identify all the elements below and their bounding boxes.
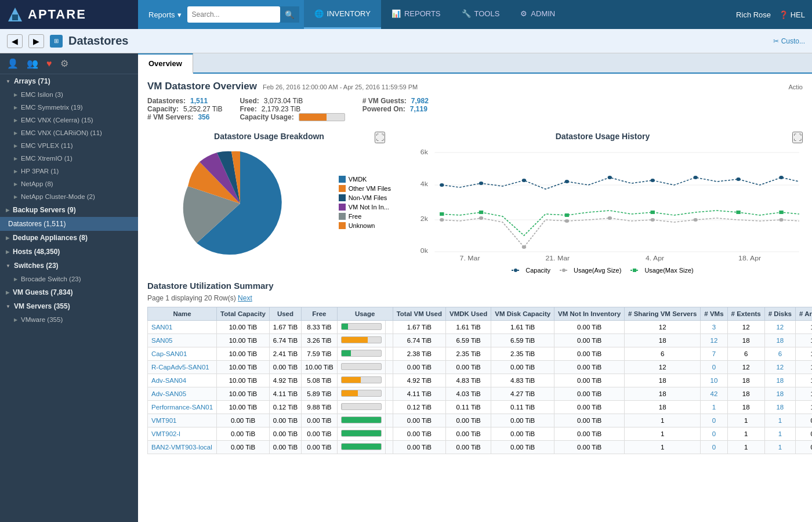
sidebar-item-emc-xtremio[interactable]: ▶ EMC XtremIO (1): [0, 152, 138, 165]
search-input[interactable]: [187, 6, 280, 23]
admin-icon: ⚙: [520, 9, 527, 18]
sidebar-item-emc-symmetrix[interactable]: ▶ EMC Symmetrix (19): [0, 101, 138, 114]
cell-vms[interactable]: 1: [701, 401, 727, 414]
cell-name[interactable]: Adv-SAN04: [148, 374, 217, 387]
sidebar-item-dedupe[interactable]: ▶ Dedupe Appliances (8): [0, 231, 138, 245]
usage-bar-fill: [342, 390, 358, 396]
cell-disks[interactable]: 18: [764, 387, 795, 401]
svg-rect-34: [651, 211, 655, 214]
usage-bar-wrap: [341, 403, 382, 410]
cell-disks[interactable]: 1: [764, 414, 795, 427]
cell-name[interactable]: Performance-SAN01: [148, 401, 217, 414]
sidebar-item-emc-vnx-clariion[interactable]: ▶ EMC VNX (CLARiiON) (11): [0, 126, 138, 139]
cell-vms[interactable]: 42: [701, 387, 727, 401]
cell-vms[interactable]: 10: [701, 374, 727, 387]
cell-vms[interactable]: 12: [701, 334, 727, 347]
cell-used: 0.00 TiB: [269, 441, 301, 454]
sidebar-item-netapp[interactable]: ▶ NetApp (8): [0, 177, 138, 190]
sidebar-item-hosts[interactable]: ▶ Hosts (48,350): [0, 245, 138, 259]
cell-disks[interactable]: 18: [764, 334, 795, 347]
svg-point-17: [565, 180, 569, 183]
vm-guests-label: # VM Guests:: [362, 97, 407, 105]
cell-vms[interactable]: 0: [701, 414, 727, 427]
next-link[interactable]: Next: [238, 294, 252, 302]
cell-vmdk-used: 6.59 TiB: [446, 334, 491, 347]
sidebar-item-switches[interactable]: ▼ Switches (23): [0, 259, 138, 273]
cell-name[interactable]: SAN05: [148, 334, 217, 347]
alert-icon[interactable]: ♥: [46, 59, 52, 69]
cell-used: 0.00 TiB: [269, 427, 301, 441]
triangle-icon: ▶: [14, 130, 17, 136]
customize-button[interactable]: ✂ Custo...: [773, 37, 805, 45]
cell-total-vm-used: 0.00 TiB: [393, 441, 445, 454]
cell-vms[interactable]: 3: [701, 321, 727, 334]
sidebar: 👤 👥 ♥ ⚙ ▼ Arrays (71) ▶ EMC Isilon (3) ▶…: [0, 53, 138, 522]
tab-inventory[interactable]: 🌐 INVENTORY: [304, 0, 381, 29]
sidebar-item-hp-3par[interactable]: ▶ HP 3PAR (1): [0, 165, 138, 177]
reports-dropdown-button[interactable]: Reports ▾: [143, 7, 187, 23]
cell-vms[interactable]: 7: [701, 347, 727, 361]
cell-name[interactable]: Cap-SAN01: [148, 347, 217, 361]
cell-disks[interactable]: 18: [764, 401, 795, 414]
triangle-icon: ▶: [14, 105, 17, 110]
cell-disks[interactable]: 6: [764, 347, 795, 361]
tab-tools[interactable]: 🔧 TOOLS: [451, 0, 510, 29]
cell-vms[interactable]: 0: [701, 361, 727, 374]
cell-disks[interactable]: 1: [764, 441, 795, 454]
sidebar-item-arrays[interactable]: ▼ Arrays (71): [0, 74, 138, 88]
cell-disks[interactable]: 18: [764, 374, 795, 387]
triangle-icon: ▶: [14, 317, 17, 322]
line-chart-expand-button[interactable]: ⛶: [792, 132, 803, 143]
cell-vm-not-in-inv: 0.00 TiB: [554, 441, 625, 454]
cell-vms[interactable]: 0: [701, 441, 727, 454]
cell-usage-bar: [337, 441, 385, 454]
users-icon[interactable]: 👤: [7, 58, 19, 69]
sidebar-item-datastores[interactable]: Datastores (1,511): [0, 217, 138, 231]
cell-disks[interactable]: 12: [764, 321, 795, 334]
user-label[interactable]: Rich Rose: [736, 10, 771, 19]
cell-vm-not-in-inv: 0.00 TiB: [554, 387, 625, 401]
sidebar-item-vmware[interactable]: ▶ VMware (355): [0, 313, 138, 326]
cell-name[interactable]: BAN2-VMT903-local: [148, 441, 217, 454]
cell-total-vm-used: 0.00 TiB: [393, 361, 445, 374]
svg-text:18. Apr: 18. Apr: [738, 255, 761, 262]
triangle-icon: ▶: [6, 249, 9, 255]
cell-sharing: 6: [625, 347, 701, 361]
cell-disks[interactable]: 12: [764, 361, 795, 374]
sidebar-item-vm-servers[interactable]: ▼ VM Servers (355): [0, 299, 138, 313]
sidebar-item-emc-vplex[interactable]: ▶ EMC VPLEX (11): [0, 139, 138, 152]
cell-name[interactable]: R-CapAdv5-SAN01: [148, 361, 217, 374]
line-chart-svg: 6k 4k 2k 0k 7. Mar 21. Mar 4. Apr 18. Ap…: [403, 146, 803, 262]
sidebar-item-netapp-cluster[interactable]: ▶ NetApp Cluster-Mode (2): [0, 190, 138, 203]
capacity-usage-label: Capacity Usage:: [240, 113, 293, 121]
cell-disks[interactable]: 1: [764, 427, 795, 441]
pie-expand-button[interactable]: ⛶: [375, 132, 385, 143]
cell-usage-bar: [337, 401, 385, 414]
overview-stats: Datastores: 1,511 Capacity: 5,252.27 TiB…: [147, 97, 803, 121]
tab-overview[interactable]: Overview: [138, 53, 193, 74]
sidebar-item-brocade[interactable]: ▶ Brocade Switch (23): [0, 273, 138, 285]
cell-name[interactable]: SAN01: [148, 321, 217, 334]
sidebar-item-vm-guests[interactable]: ▶ VM Guests (7,834): [0, 285, 138, 299]
main-layout: 👤 👥 ♥ ⚙ ▼ Arrays (71) ▶ EMC Isilon (3) ▶…: [0, 53, 812, 522]
cell-sharing: 1: [625, 414, 701, 427]
cell-vmdk-used: 0.11 TiB: [446, 401, 491, 414]
search-button[interactable]: 🔍: [280, 6, 299, 23]
back-button[interactable]: ◀: [7, 34, 23, 48]
cell-name[interactable]: VMT902-l: [148, 427, 217, 441]
sidebar-item-emc-vnx-celerra[interactable]: ▶ EMC VNX (Celerra) (15): [0, 114, 138, 126]
settings-icon[interactable]: ⚙: [60, 58, 68, 69]
cell-name[interactable]: Adv-SAN05: [148, 387, 217, 401]
cell-vms[interactable]: 0: [701, 427, 727, 441]
person-icon[interactable]: 👥: [27, 58, 38, 69]
cell-total-vm-used: 4.11 TiB: [393, 387, 445, 401]
help-icon[interactable]: ❓ HEL: [779, 10, 805, 19]
svg-rect-32: [479, 211, 483, 214]
forward-button[interactable]: ▶: [28, 34, 44, 48]
cell-name[interactable]: VMT901: [148, 414, 217, 427]
sidebar-item-backup-servers[interactable]: ▶ Backup Servers (9): [0, 203, 138, 217]
sidebar-item-emc-isilon[interactable]: ▶ EMC Isilon (3): [0, 88, 138, 101]
cell-vm-disk-cap: 0.00 TiB: [491, 427, 554, 441]
tab-admin[interactable]: ⚙ ADMIN: [510, 0, 566, 29]
tab-reports[interactable]: 📊 REPORTS: [381, 0, 451, 29]
